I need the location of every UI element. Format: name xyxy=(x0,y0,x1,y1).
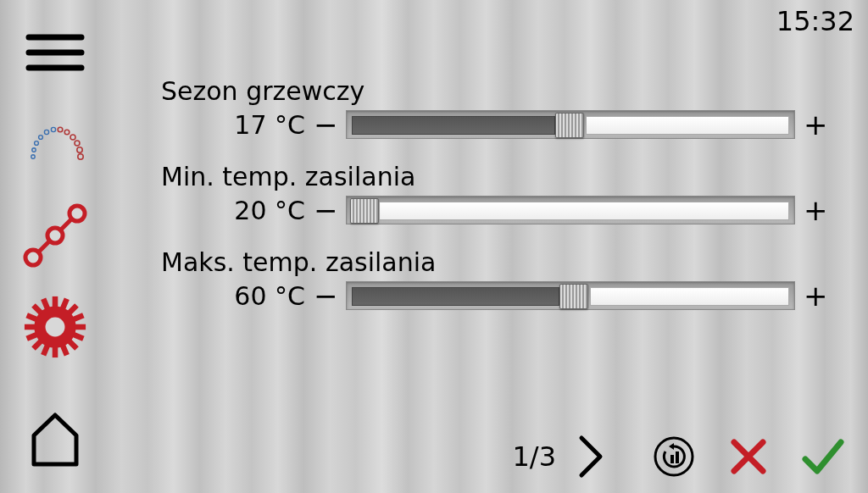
svg-point-17 xyxy=(47,228,63,243)
setting-label: Maks. temp. zasilania xyxy=(161,247,843,277)
menu-button[interactable] xyxy=(17,19,93,86)
svg-rect-24 xyxy=(75,324,86,330)
slider-thumb[interactable] xyxy=(350,198,379,224)
setting-value: 20 °C xyxy=(161,196,305,225)
gear-icon xyxy=(20,292,90,362)
sidebar-home-button[interactable] xyxy=(17,405,93,473)
decrement-button[interactable]: − xyxy=(314,279,337,313)
svg-point-7 xyxy=(44,130,48,134)
increment-button[interactable]: + xyxy=(804,108,827,141)
svg-point-14 xyxy=(78,154,83,159)
cancel-button[interactable] xyxy=(724,432,773,481)
svg-rect-21 xyxy=(60,297,70,310)
svg-point-16 xyxy=(25,250,41,265)
svg-rect-23 xyxy=(72,313,85,322)
increment-button[interactable]: + xyxy=(804,193,827,227)
svg-point-36 xyxy=(46,318,65,337)
gauge-arc-icon xyxy=(21,114,89,174)
factory-reset-button[interactable] xyxy=(649,432,698,481)
sidebar-gauge-button[interactable] xyxy=(17,110,93,178)
slider[interactable] xyxy=(346,110,795,139)
svg-rect-28 xyxy=(53,346,58,357)
page-text: 1/3 xyxy=(513,440,557,473)
confirm-button[interactable] xyxy=(798,432,848,481)
svg-rect-27 xyxy=(60,344,70,357)
x-icon xyxy=(727,435,770,478)
next-page-button[interactable] xyxy=(566,432,615,481)
slider-thumb[interactable] xyxy=(555,113,584,138)
settings-panel: Sezon grzewczy 17 °C − + Min. temp. zasi… xyxy=(161,76,843,333)
svg-point-5 xyxy=(35,141,39,146)
home-icon xyxy=(25,408,85,469)
svg-rect-40 xyxy=(676,451,679,463)
svg-point-18 xyxy=(70,206,85,221)
svg-point-9 xyxy=(58,127,63,132)
setting-row-max-supply-temp: Maks. temp. zasilania 60 °C − + xyxy=(161,247,843,313)
svg-point-4 xyxy=(32,148,36,152)
svg-point-6 xyxy=(39,136,43,140)
sidebar xyxy=(0,0,110,493)
svg-point-11 xyxy=(70,135,75,140)
setting-row-heating-season: Sezon grzewczy 17 °C − + xyxy=(161,76,843,141)
sidebar-settings-button[interactable] xyxy=(17,293,93,361)
footer-bar: 1/3 xyxy=(161,432,848,481)
svg-rect-35 xyxy=(41,297,50,310)
svg-rect-32 xyxy=(25,324,36,330)
setting-value: 60 °C xyxy=(161,281,305,311)
svg-point-13 xyxy=(77,147,82,152)
check-icon xyxy=(800,435,846,478)
svg-rect-33 xyxy=(25,313,38,322)
increment-button[interactable]: + xyxy=(804,279,827,313)
chevron-right-icon xyxy=(576,435,605,479)
svg-point-3 xyxy=(31,155,35,158)
slider[interactable] xyxy=(346,281,795,310)
slider-thumb[interactable] xyxy=(559,284,588,309)
svg-rect-25 xyxy=(72,332,85,341)
decrement-button[interactable]: − xyxy=(314,108,337,141)
svg-rect-39 xyxy=(670,455,674,463)
svg-marker-38 xyxy=(669,443,674,450)
svg-point-10 xyxy=(64,130,70,135)
factory-reset-icon xyxy=(652,435,696,479)
connection-icon xyxy=(21,202,89,269)
svg-rect-20 xyxy=(53,296,58,307)
clock: 15:32 xyxy=(776,5,854,37)
setting-row-min-supply-temp: Min. temp. zasilania 20 °C − + xyxy=(161,162,843,227)
svg-rect-31 xyxy=(25,332,38,341)
svg-point-12 xyxy=(75,141,80,146)
svg-rect-29 xyxy=(41,344,50,357)
hamburger-icon xyxy=(25,32,85,73)
decrement-button[interactable]: − xyxy=(314,193,337,227)
page-indicator: 1/3 xyxy=(513,432,616,481)
svg-point-8 xyxy=(51,127,55,131)
setting-value: 17 °C xyxy=(161,110,305,140)
setting-label: Min. temp. zasilania xyxy=(161,162,843,191)
sidebar-connection-button[interactable] xyxy=(17,202,93,269)
setting-label: Sezon grzewczy xyxy=(161,76,843,106)
slider[interactable] xyxy=(346,196,795,224)
